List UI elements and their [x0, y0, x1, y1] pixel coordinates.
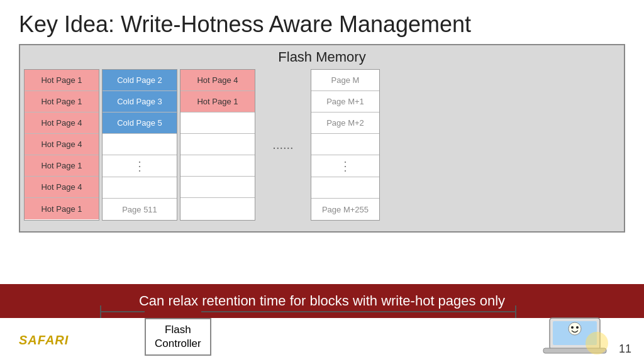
flash-controller-box: Flash Controller	[145, 318, 211, 356]
hot-block-2: Hot Page 4 Hot Page 1	[180, 69, 255, 221]
right-block: Page M Page M+1 Page M+2 ⋮ Page M+255	[311, 69, 380, 221]
middle-dots: ......	[258, 69, 308, 221]
page-cell: Hot Page 1	[25, 198, 99, 219]
page-cell: Hot Page 1	[25, 155, 99, 177]
page-cell	[311, 177, 379, 199]
page-cell: Hot Page 1	[180, 91, 255, 112]
page-cell	[180, 155, 255, 177]
page-cell: ⋮	[103, 155, 177, 177]
flash-memory-box: Flash Memory Hot Page 1 Hot Page 1 Hot P…	[19, 44, 625, 233]
page-cell	[180, 198, 255, 219]
page-cell: Page M+1	[311, 91, 379, 112]
page-cell: Hot Page 1	[25, 70, 99, 91]
page-cell	[103, 177, 177, 199]
page-cell: Page M+255	[311, 199, 379, 220]
page-cell	[103, 134, 177, 155]
svg-point-11	[586, 332, 608, 354]
svg-point-8	[571, 326, 574, 329]
svg-point-9	[576, 326, 579, 329]
page-cell	[311, 134, 379, 155]
page-cell	[180, 134, 255, 155]
page-number: 11	[619, 343, 631, 356]
page-cell: Hot Page 4	[25, 177, 99, 198]
page-cell: Cold Page 5	[103, 112, 177, 134]
main-content: Flash Memory Hot Page 1 Hot Page 1 Hot P…	[0, 44, 644, 233]
page-cell: Page M+2	[311, 112, 379, 134]
page-cell: Page M	[311, 70, 379, 91]
page-cell: Hot Page 4	[25, 112, 99, 134]
page-cell: Hot Page 4	[25, 134, 99, 155]
svg-point-7	[569, 322, 581, 335]
page-cell	[180, 177, 255, 198]
page-title: Key Idea: Write-Hotness Aware Management	[0, 0, 644, 44]
blocks-container: Hot Page 1 Hot Page 1 Hot Page 4 Hot Pag…	[24, 69, 620, 221]
page-cell: ⋮	[311, 155, 379, 177]
flash-memory-title: Flash Memory	[24, 49, 620, 65]
page-cell: Cold Page 2	[103, 70, 177, 91]
page-cell: Hot Page 1	[25, 91, 99, 112]
safari-logo: SAFARI	[19, 333, 69, 348]
hot-block-1: Hot Page 1 Hot Page 1 Hot Page 4 Hot Pag…	[24, 69, 99, 221]
laptop-illustration	[540, 309, 609, 359]
page-cell: Page 511	[103, 199, 177, 220]
page-cell	[180, 112, 255, 134]
cold-block: Cold Page 2 Cold Page 3 Cold Page 5 ⋮ Pa…	[102, 69, 177, 221]
page-cell: Cold Page 3	[103, 91, 177, 112]
page-cell: Hot Page 4	[180, 70, 255, 91]
